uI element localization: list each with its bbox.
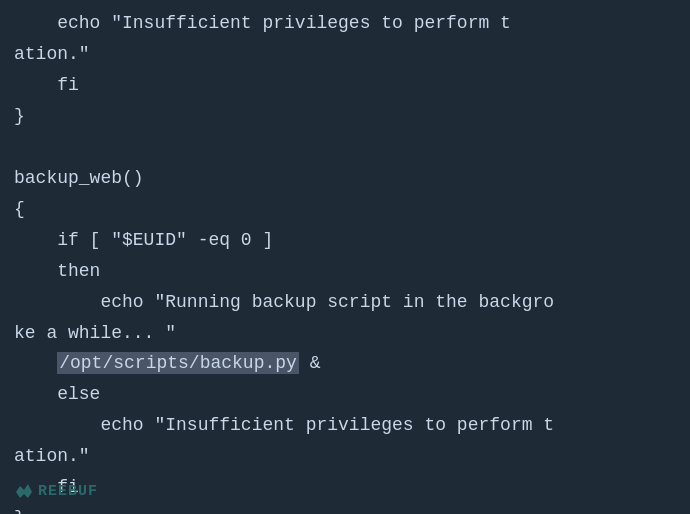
code-line-6: backup_web(): [14, 163, 690, 194]
code-line-10: echo "Running backup script in the backg…: [14, 287, 690, 318]
code-line-9: then: [14, 256, 690, 287]
code-line-4: }: [14, 101, 690, 132]
svg-marker-0: [16, 484, 32, 498]
watermark-icon: [14, 482, 34, 502]
watermark: REEBUF: [14, 480, 98, 504]
code-line-17: }: [14, 503, 690, 514]
code-line-8: if [ "$EUID" -eq 0 ]: [14, 225, 690, 256]
code-line-2: ation.": [14, 39, 690, 70]
watermark-text: REEBUF: [38, 480, 98, 504]
code-line-13: else: [14, 379, 690, 410]
code-line-12: /opt/scripts/backup.py &: [14, 348, 690, 379]
code-line-15: ation.": [14, 441, 690, 472]
code-line-14: echo "Insufficient privileges to perform…: [14, 410, 690, 441]
code-line-3: fi: [14, 70, 690, 101]
code-line-11: ke a while... ": [14, 318, 690, 349]
highlighted-path: /opt/scripts/backup.py: [57, 352, 299, 374]
code-editor: echo "Insufficient privileges to perform…: [0, 0, 690, 514]
code-line-16: fi: [14, 472, 690, 503]
code-line-5: [14, 132, 690, 163]
code-line-1: echo "Insufficient privileges to perform…: [14, 8, 690, 39]
code-line-7: {: [14, 194, 690, 225]
